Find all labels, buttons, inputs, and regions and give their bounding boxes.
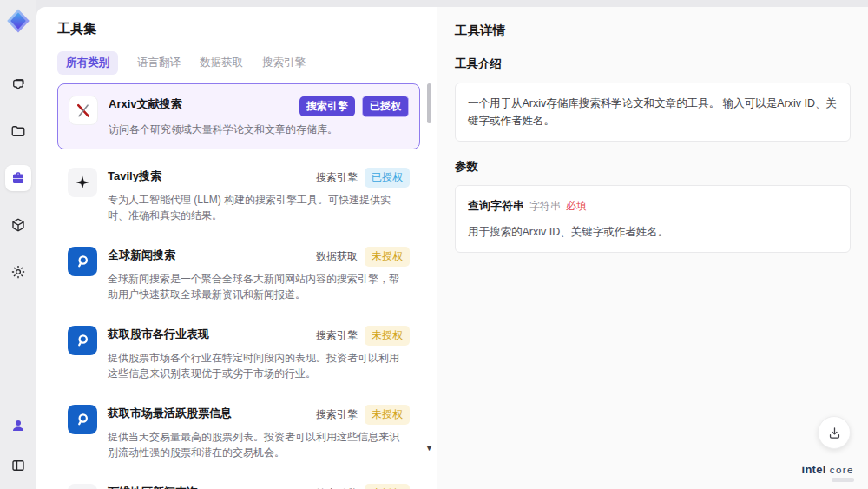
tab-all-categories[interactable]: 所有类别: [57, 51, 118, 75]
scroll-down-arrow-icon[interactable]: ▼: [425, 444, 433, 453]
core-wordmark: core: [830, 465, 854, 475]
detail-title: 工具详情: [455, 23, 851, 39]
tool-card-active-stocks[interactable]: 获取市场最活跃股票信息 搜索引擎 未授权 提供当天交易量最高的股票列表。投资者可…: [57, 393, 420, 472]
sidebar: [0, 0, 36, 489]
chat-icon: [10, 76, 26, 92]
intel-logo-accent: [832, 478, 854, 482]
tab-search-engine[interactable]: 搜索引擎: [262, 51, 306, 75]
toolbox-icon: [10, 170, 26, 186]
tool-name: Arxiv文献搜索: [108, 96, 293, 112]
param-required-flag: 必填: [566, 200, 587, 212]
list-scrollbar-thumb[interactable]: [427, 83, 431, 123]
package-icon: [10, 217, 26, 233]
tool-name: Tavily搜索: [108, 168, 309, 184]
auth-status-badge: 未授权: [365, 326, 410, 346]
category-badge: 数据获取: [316, 249, 358, 264]
tool-name: 获取股市各行业表现: [108, 326, 309, 342]
stock-search-logo-icon: [68, 326, 97, 355]
params-heading: 参数: [455, 159, 851, 175]
category-badge: 搜索引擎: [299, 96, 355, 116]
param-description: 用于搜索的Arxiv ID、关键字或作者姓名。: [468, 223, 838, 241]
param-header: 查询字符串字符串必填: [468, 197, 838, 215]
tool-description: 提供当天交易量最高的股票列表。投资者可以利用这些信息来识别流动性强的股票和潜在的…: [108, 429, 410, 460]
tool-card-sector-performance[interactable]: 获取股市各行业表现 搜索引擎 未授权 提供股票市场各个行业在特定时间段内的表现。…: [57, 314, 420, 393]
tool-description: 提供股票市场各个行业在特定时间段内的表现。投资者可以利用这些信息来识别表现优于或…: [108, 350, 410, 381]
category-badge: 搜索引擎: [316, 170, 358, 185]
sidebar-item-account[interactable]: [5, 413, 31, 439]
category-tabs: 所有类别 语言翻译 数据获取 搜索引擎: [57, 51, 437, 75]
tab-data-fetching[interactable]: 数据获取: [200, 51, 243, 75]
category-badge: 搜索引擎: [316, 328, 358, 343]
auth-status-badge: 未授权: [365, 484, 410, 489]
auth-status-badge: 已授权: [365, 168, 410, 188]
sidebar-collapse-button[interactable]: [5, 453, 31, 479]
arxiv-logo-icon: [69, 96, 98, 125]
intel-wordmark: intel: [801, 463, 825, 476]
panel-layout-icon: [10, 458, 26, 473]
download-button[interactable]: [818, 416, 851, 449]
sidebar-item-settings[interactable]: [5, 259, 31, 285]
gear-icon: [10, 264, 26, 280]
param-name: 查询字符串: [468, 199, 524, 212]
newspaper-icon: [68, 484, 97, 489]
tool-name: 全球新闻搜索: [108, 247, 309, 263]
tool-card-tavily[interactable]: Tavily搜索 搜索引擎 已授权 专为人工智能代理 (LLM) 构建的搜索引擎…: [57, 156, 420, 235]
stock-search-logo-icon: [68, 405, 97, 434]
tool-description: 全球新闻搜索是一个聚合全球各大新闻网站内容的搜索引擎，帮助用户快速获取全球最新资…: [108, 271, 410, 302]
folder-icon: [10, 123, 26, 139]
category-badge: 搜索引擎: [316, 407, 358, 422]
user-icon: [10, 418, 26, 433]
tool-card-arxiv[interactable]: Arxiv文献搜索 搜索引擎 已授权 访问各个研究领域大量科学论文和文章的存储库…: [57, 83, 420, 149]
tool-list: Arxiv文献搜索 搜索引擎 已授权 访问各个研究领域大量科学论文和文章的存储库…: [57, 83, 420, 489]
tool-name: 万维地区新闻查询: [108, 484, 309, 489]
download-icon: [827, 426, 842, 440]
sidebar-item-packages[interactable]: [5, 212, 31, 238]
sidebar-item-toolbox[interactable]: [5, 165, 31, 191]
intel-core-logo: intel core: [801, 463, 854, 482]
sidebar-item-chat[interactable]: [5, 71, 31, 97]
intro-box: 一个用于从Arxiv存储库搜索科学论文和文章的工具。 输入可以是Arxiv ID…: [455, 83, 851, 142]
tab-language-translation[interactable]: 语言翻译: [137, 51, 181, 75]
param-type: 字符串: [529, 200, 561, 212]
auth-status-badge: 未授权: [365, 247, 410, 267]
auth-status-badge: 已授权: [362, 96, 409, 117]
news-search-logo-icon: [68, 247, 97, 276]
tavily-logo-icon: [68, 168, 97, 197]
param-box: 查询字符串字符串必填 用于搜索的Arxiv ID、关键字或作者姓名。: [455, 185, 851, 253]
page-title: 工具集: [57, 21, 437, 37]
tool-name: 获取市场最活跃股票信息: [108, 405, 309, 421]
tool-description: 访问各个研究领域大量科学论文和文章的存储库。: [108, 122, 409, 137]
tool-detail-panel: 工具详情 工具介绍 一个用于从Arxiv存储库搜索科学论文和文章的工具。 输入可…: [437, 7, 868, 489]
tool-description: 专为人工智能代理 (LLM) 构建的搜索引擎工具。可快速提供实时、准确和真实的结…: [108, 192, 410, 223]
sidebar-item-files[interactable]: [5, 118, 31, 144]
auth-status-badge: 未授权: [365, 405, 410, 425]
main-content: 工具集 所有类别 语言翻译 数据获取 搜索引擎 Arxiv文献搜索: [36, 7, 868, 489]
tool-card-regional-news[interactable]: 万维地区新闻查询 搜索引擎 未授权 查询具体行政区划内的新闻，快速了解各地新闻动: [57, 472, 420, 489]
tool-list-panel: 工具集 所有类别 语言翻译 数据获取 搜索引擎 Arxiv文献搜索: [36, 7, 437, 489]
tool-card-global-news[interactable]: 全球新闻搜索 数据获取 未授权 全球新闻搜索是一个聚合全球各大新闻网站内容的搜索…: [57, 235, 420, 314]
intro-heading: 工具介绍: [455, 56, 851, 72]
app-logo-icon: [4, 7, 32, 35]
